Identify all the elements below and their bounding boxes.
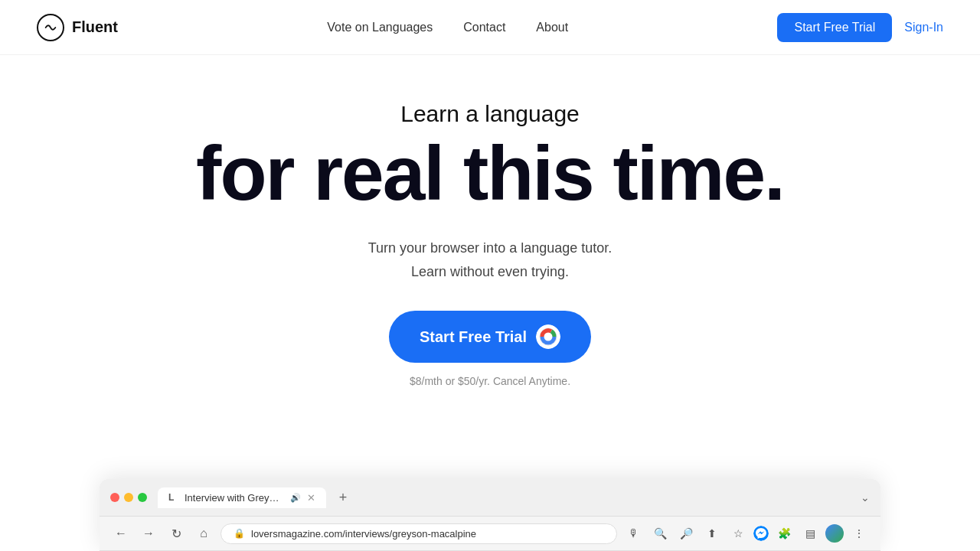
hero-title: for real this time. — [196, 133, 784, 214]
nav-actions: Start Free Trial Sign-In — [777, 13, 943, 42]
hero-subtitle: Learn a language — [400, 101, 580, 127]
hero-description-line1: Turn your browser into a language tutor. — [368, 236, 612, 260]
close-dot[interactable] — [110, 493, 119, 502]
maximize-dot[interactable] — [138, 493, 147, 502]
chrome-icon — [536, 324, 560, 349]
address-bar[interactable]: 🔒 loversmagazine.com/interviews/greyson-… — [220, 523, 617, 544]
browser-tab-bar: L Interview with Greyson Ma... 🔊 ✕ + ⌄ — [100, 479, 880, 517]
traffic-lights — [110, 493, 147, 502]
logo-text: Fluent — [72, 18, 118, 36]
new-tab-button[interactable]: + — [332, 487, 354, 508]
home-button[interactable]: ⌂ — [193, 523, 214, 544]
messenger-extension-icon[interactable] — [753, 526, 769, 541]
hero-description: Turn your browser into a language tutor.… — [368, 236, 612, 283]
profile-avatar[interactable] — [825, 524, 844, 543]
forward-button[interactable]: → — [138, 523, 159, 544]
logo-icon — [37, 14, 64, 41]
tab-title: Interview with Greyson Ma... — [185, 492, 284, 504]
share-icon[interactable]: ⬆ — [701, 523, 723, 544]
lock-icon: 🔒 — [234, 528, 245, 539]
tab-close-button[interactable]: ✕ — [307, 492, 315, 504]
reload-button[interactable]: ↻ — [165, 523, 187, 544]
back-button[interactable]: ← — [110, 523, 132, 544]
tab-audio-icon: 🔊 — [290, 493, 301, 503]
url-text: loversmagazine.com/interviews/greyson-ma… — [251, 528, 476, 540]
hero-section: Learn a language for real this time. Tur… — [0, 55, 980, 410]
navbar: Fluent Vote on Languages Contact About S… — [0, 0, 980, 55]
logo[interactable]: Fluent — [37, 14, 118, 41]
bookmark-icon[interactable]: ☆ — [727, 523, 749, 544]
more-menu-button[interactable]: ⋮ — [848, 523, 870, 544]
minimize-dot[interactable] — [124, 493, 133, 502]
nav-start-free-trial-button[interactable]: Start Free Trial — [777, 13, 892, 42]
nav-vote-on-languages[interactable]: Vote on Languages — [327, 21, 433, 34]
microphone-icon: 🎙 — [623, 523, 645, 544]
tab-strip-expand[interactable]: ⌄ — [861, 491, 870, 504]
hero-description-line2: Learn without even trying. — [368, 260, 612, 284]
nav-links: Vote on Languages Contact About — [327, 21, 568, 34]
zoom-icon[interactable]: 🔎 — [675, 523, 697, 544]
nav-about[interactable]: About — [536, 21, 568, 34]
nav-contact[interactable]: Contact — [463, 21, 505, 34]
hero-cta-label: Start Free Trial — [420, 328, 527, 346]
svg-point-2 — [544, 333, 553, 341]
browser-mockup: L Interview with Greyson Ma... 🔊 ✕ + ⌄ ←… — [100, 479, 880, 551]
browser-toolbar: ← → ↻ ⌂ 🔒 loversmagazine.com/interviews/… — [100, 517, 880, 551]
sidebar-button[interactable]: ▤ — [799, 523, 821, 544]
hero-start-free-trial-button[interactable]: Start Free Trial — [389, 311, 591, 363]
tab-favicon: L — [168, 492, 178, 503]
extensions-button[interactable]: 🧩 — [773, 523, 795, 544]
toolbar-extensions: 🎙 🔍 🔎 ⬆ ☆ 🧩 ▤ ⋮ — [623, 523, 870, 544]
nav-signin-button[interactable]: Sign-In — [904, 21, 943, 34]
search-icon[interactable]: 🔍 — [649, 523, 671, 544]
pricing-note: $8/mth or $50/yr. Cancel Anytime. — [410, 375, 570, 387]
browser-tab[interactable]: L Interview with Greyson Ma... 🔊 ✕ — [158, 487, 326, 508]
